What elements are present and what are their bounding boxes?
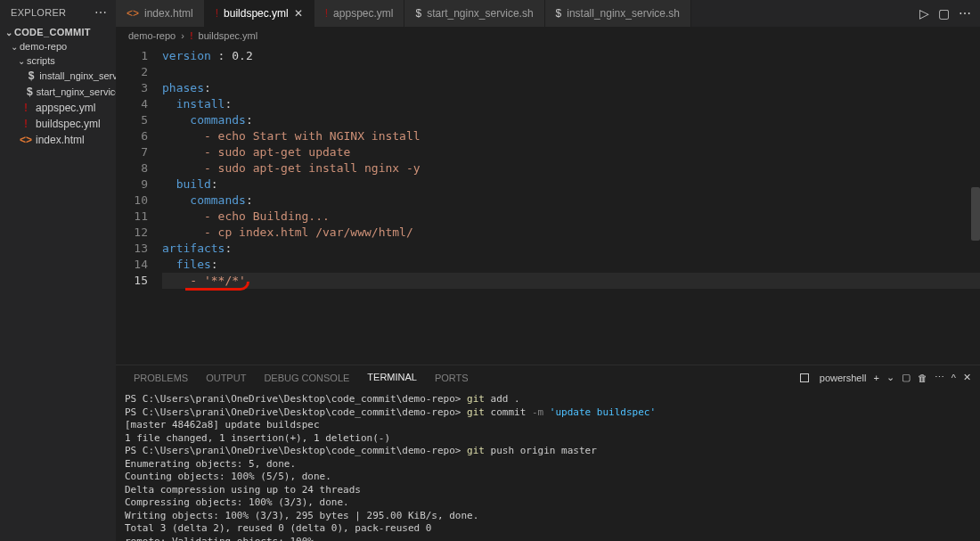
chevron-right-icon: › bbox=[181, 30, 184, 41]
tab-more-icon[interactable]: ⋯ bbox=[959, 6, 971, 20]
tab-buildspec[interactable]: !buildspec.yml✕ bbox=[205, 0, 314, 27]
file-buildspec[interactable]: !buildspec.yml bbox=[0, 116, 116, 132]
explorer-more-icon[interactable]: ⋯ bbox=[94, 5, 107, 20]
panel-tab-bar: PROBLEMS OUTPUT DEBUG CONSOLE TERMINAL P… bbox=[116, 365, 980, 389]
yaml-file-icon: ! bbox=[190, 30, 193, 41]
terminal[interactable]: PS C:\Users\prani\OneDrive\Desktop\code_… bbox=[116, 389, 980, 541]
kill-terminal-icon[interactable]: 🗑 bbox=[918, 373, 927, 383]
file-start-nginx[interactable]: $start_nginx_service.sh bbox=[0, 84, 116, 100]
explorer-sidebar: EXPLORER ⋯ ⌄CODE_COMMIT ⌄demo-repo ⌄scri… bbox=[0, 0, 116, 541]
yaml-file-icon: ! bbox=[20, 102, 32, 114]
red-underline-annotation bbox=[185, 282, 249, 291]
yaml-file-icon: ! bbox=[20, 118, 32, 130]
yaml-file-icon: ! bbox=[216, 7, 218, 20]
chevron-down-icon[interactable]: ⌄ bbox=[886, 372, 894, 383]
html-file-icon: <> bbox=[127, 7, 139, 20]
maximize-panel-icon[interactable]: ^ bbox=[951, 373, 956, 383]
panel-more-icon[interactable]: ⋯ bbox=[935, 372, 944, 383]
yaml-file-icon: ! bbox=[325, 7, 328, 20]
tab-index[interactable]: <>index.html bbox=[116, 0, 205, 27]
close-panel-icon[interactable]: ✕ bbox=[963, 372, 971, 383]
tab-bar: <>index.html !buildspec.yml✕ !appspec.ym… bbox=[116, 0, 980, 27]
close-icon[interactable]: ✕ bbox=[294, 7, 303, 20]
file-install-nginx[interactable]: $install_nginx_service.sh bbox=[0, 68, 116, 84]
editor-area[interactable]: 123456789101112131415 version : 0.2 phas… bbox=[116, 45, 980, 365]
line-gutter: 123456789101112131415 bbox=[116, 45, 159, 365]
tab-start-nginx[interactable]: $start_nginx_service.sh bbox=[404, 0, 544, 27]
shell-file-icon: $ bbox=[556, 7, 562, 20]
panel-tab-debug[interactable]: DEBUG CONSOLE bbox=[255, 365, 358, 390]
panel-tab-output[interactable]: OUTPUT bbox=[197, 365, 255, 390]
chevron-down-icon: ⌄ bbox=[16, 56, 27, 66]
shell-icon bbox=[800, 373, 809, 382]
panel-tab-ports[interactable]: PORTS bbox=[426, 365, 478, 390]
file-appspec[interactable]: !appspec.yml bbox=[0, 100, 116, 116]
breadcrumb[interactable]: demo-repo › ! buildspec.yml bbox=[116, 27, 980, 45]
editor-main: <>index.html !buildspec.yml✕ !appspec.ym… bbox=[116, 0, 980, 541]
html-file-icon: <> bbox=[20, 134, 32, 146]
folder-root[interactable]: ⌄CODE_COMMIT bbox=[0, 25, 116, 39]
split-terminal-icon[interactable]: ▢ bbox=[902, 372, 911, 383]
terminal-shell-label[interactable]: powershell bbox=[820, 373, 867, 383]
chevron-down-icon: ⌄ bbox=[9, 42, 20, 52]
tab-appspec[interactable]: !appspec.yml bbox=[314, 0, 405, 27]
code-content[interactable]: version : 0.2 phases: install: commands:… bbox=[159, 45, 980, 365]
folder-repo[interactable]: ⌄demo-repo bbox=[0, 39, 116, 53]
tab-install-nginx[interactable]: $install_nginx_service.sh bbox=[545, 0, 691, 27]
panel-tab-problems[interactable]: PROBLEMS bbox=[125, 365, 197, 390]
new-terminal-icon[interactable]: + bbox=[873, 373, 878, 383]
folder-scripts[interactable]: ⌄scripts bbox=[0, 53, 116, 68]
chevron-down-icon: ⌄ bbox=[4, 28, 14, 37]
explorer-title: EXPLORER bbox=[11, 7, 66, 18]
scrollbar-vertical[interactable] bbox=[971, 187, 980, 241]
run-icon[interactable]: ▷ bbox=[919, 6, 929, 20]
file-index[interactable]: <>index.html bbox=[0, 132, 116, 148]
split-editor-icon[interactable]: ▢ bbox=[938, 6, 950, 20]
shell-file-icon: $ bbox=[27, 86, 33, 98]
shell-file-icon: $ bbox=[415, 7, 421, 20]
panel-tab-terminal[interactable]: TERMINAL bbox=[358, 365, 426, 390]
shell-file-icon: $ bbox=[27, 70, 36, 82]
